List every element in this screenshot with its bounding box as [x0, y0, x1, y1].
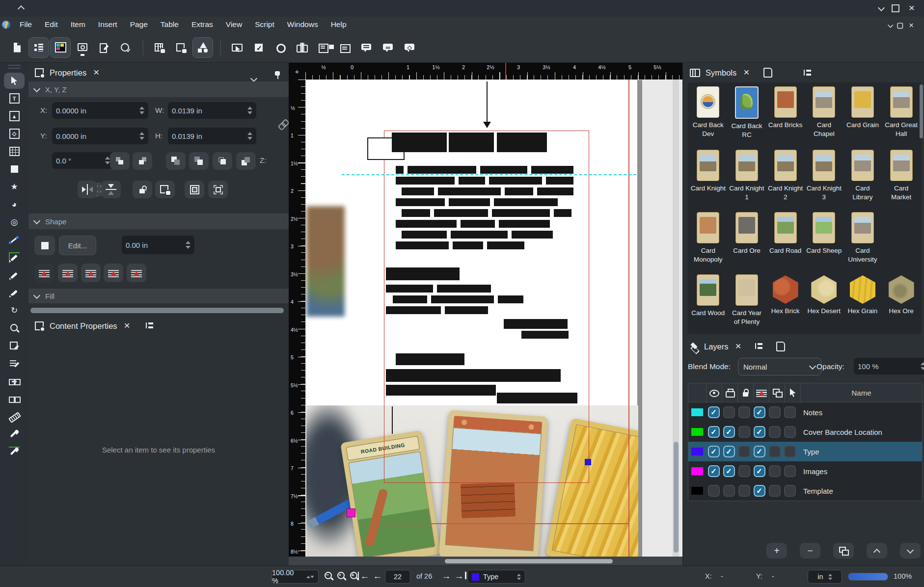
pdf-push-button-button[interactable] [227, 37, 247, 58]
layer-color-cell[interactable] [688, 428, 706, 436]
toolbar-grip[interactable] [8, 65, 21, 66]
symbol-thumbnail-monopoly[interactable] [697, 212, 719, 243]
symbol-item[interactable]: Card Year of Plenty [728, 274, 766, 330]
symbol-item[interactable]: Card Back Dev [689, 86, 728, 143]
symbol-item[interactable]: Hex Brick [766, 274, 805, 330]
story-editor-tool[interactable] [4, 355, 25, 372]
layer-color-swatch[interactable] [691, 487, 703, 495]
pdf-checkbox-button[interactable] [248, 37, 269, 58]
layer-row-cover-barcode-location[interactable]: Cover Barcode Location [688, 422, 922, 442]
symbol-thumbnail-building[interactable] [851, 212, 874, 243]
layer-cursor-checkbox[interactable] [784, 426, 796, 438]
horizontal-scrollbar-handle[interactable] [445, 559, 613, 563]
lock-item-button[interactable] [133, 181, 152, 198]
menu-item-item[interactable]: Item [64, 20, 92, 29]
textflow-bbox-button[interactable] [81, 264, 101, 282]
textflow-frame-button[interactable] [58, 264, 78, 282]
layers-tree-icon[interactable] [753, 341, 764, 352]
symbol-item[interactable]: Card Ore [728, 212, 766, 267]
insert-polygon-tool[interactable] [4, 179, 25, 195]
lower-layer-button[interactable] [900, 543, 921, 559]
symbol-item[interactable]: Card Sheep [805, 212, 843, 267]
layer-lock-checkbox[interactable] [738, 446, 750, 457]
symbol-item[interactable]: Card Monopoly [689, 212, 728, 267]
insert-shape-tool[interactable] [4, 161, 25, 177]
layer-color-swatch[interactable] [691, 408, 703, 416]
content-properties-menu-icon[interactable] [144, 320, 155, 331]
layer-flow-checkbox[interactable] [754, 446, 765, 457]
symbol-item[interactable]: Card Knight 3 [805, 150, 843, 205]
y-input[interactable]: 0.0000 in [52, 128, 148, 144]
measurements-tool[interactable] [4, 408, 25, 425]
w-input[interactable]: 0.0139 in [168, 102, 256, 119]
opacity-input[interactable]: 100 % [854, 358, 924, 374]
ruler-origin-box[interactable]: + [289, 63, 305, 80]
layer-eye-checkbox[interactable] [708, 485, 720, 497]
symbol-thumbnail-knight[interactable] [735, 150, 758, 181]
layer-row-notes[interactable]: Notes [688, 402, 922, 422]
insert-image-frame-tool[interactable] [4, 108, 25, 124]
remove-layer-button[interactable]: − [800, 543, 820, 559]
layer-cursor-checkbox[interactable] [784, 406, 796, 418]
properties-close-icon[interactable] [91, 67, 102, 78]
menu-item-windows[interactable]: Windows [281, 20, 325, 29]
section-fill[interactable]: Fill [28, 289, 294, 303]
link-text-frames-tool[interactable] [4, 373, 25, 389]
rotation-input[interactable]: 0.0 ° [52, 152, 114, 169]
symbol-item[interactable]: Card Wood [689, 274, 728, 330]
ungroup-button[interactable] [208, 181, 228, 198]
vertical-ruler[interactable]: ½11½22½33½44½55½66½77½88½ [289, 80, 305, 557]
copy-item-properties-tool[interactable] [4, 426, 25, 442]
raise-button[interactable] [189, 152, 209, 170]
layer-printer-checkbox[interactable] [723, 446, 735, 457]
lower-to-bottom-button[interactable] [236, 152, 256, 170]
menu-item-view[interactable]: View [219, 20, 248, 29]
rotate-item-tool[interactable] [4, 302, 25, 319]
symbol-thumbnail-knight[interactable] [697, 150, 719, 181]
symbol-thumbnail-grain[interactable] [851, 86, 874, 118]
h-input[interactable]: 0.0139 in [168, 128, 256, 144]
layer-eye-checkbox[interactable] [708, 406, 720, 418]
symbol-item[interactable]: Card Chapel [805, 86, 843, 143]
group-button[interactable] [185, 181, 204, 198]
unit-dropdown[interactable]: in [808, 570, 842, 584]
mdi-minimize-icon[interactable] [888, 23, 893, 28]
lower-button[interactable] [213, 152, 232, 170]
window-maximize-icon[interactable] [892, 4, 899, 12]
link-wh-icon[interactable] [275, 116, 290, 132]
symbol-thumbnail-plenty[interactable] [735, 274, 758, 306]
symbol-item[interactable]: Card Library [843, 150, 882, 205]
flip-vertical-button[interactable] [101, 181, 121, 198]
print-preview-button[interactable] [72, 37, 92, 58]
layer-flow-checkbox[interactable] [754, 485, 765, 497]
blend-mode-dropdown[interactable]: Normal [738, 358, 821, 375]
symbol-thumbnail-hex-desert[interactable] [811, 275, 837, 304]
layer-cursor-checkbox[interactable] [784, 465, 796, 477]
edit-contents-tool[interactable] [4, 338, 25, 354]
shape-selector-button[interactable] [34, 236, 55, 255]
layer-name[interactable]: Type [797, 448, 922, 456]
layer-name[interactable]: Cover Barcode Location [797, 428, 922, 436]
symbol-thumbnail-building[interactable] [813, 86, 835, 118]
insert-spiral-tool[interactable] [4, 214, 25, 230]
preflight-verifier-button[interactable] [115, 37, 136, 58]
symbol-thumbnail-hex-grain[interactable] [850, 275, 875, 304]
toggle-grid-lock-button[interactable] [149, 37, 170, 58]
menu-item-script[interactable]: Script [248, 20, 281, 29]
insert-line-tool[interactable] [4, 232, 25, 248]
symbol-item[interactable]: Card Market [882, 150, 921, 205]
zoom-level-input[interactable]: 100.00 % [272, 570, 319, 584]
symbol-thumbnail-hex-brick[interactable] [773, 275, 798, 304]
layer-color-cell[interactable] [688, 408, 706, 416]
document-viewport[interactable]: ROAD BUILDING [305, 80, 682, 557]
mdi-close-icon[interactable] [907, 21, 916, 30]
content-properties-close-icon[interactable] [122, 320, 133, 331]
layer-cursor-checkbox[interactable] [784, 485, 796, 497]
zoom-out-button[interactable]: − [322, 570, 335, 583]
layer-printer-checkbox[interactable] [723, 485, 735, 497]
layer-lock-checkbox[interactable] [738, 426, 750, 438]
horizontal-ruler[interactable]: ½011½22½33½44½55½ [305, 63, 682, 80]
pdf-link-annotation-button[interactable] [378, 37, 399, 58]
symbol-item[interactable]: Hex Desert [805, 274, 843, 330]
pdf-radio-button-button[interactable] [270, 37, 291, 58]
